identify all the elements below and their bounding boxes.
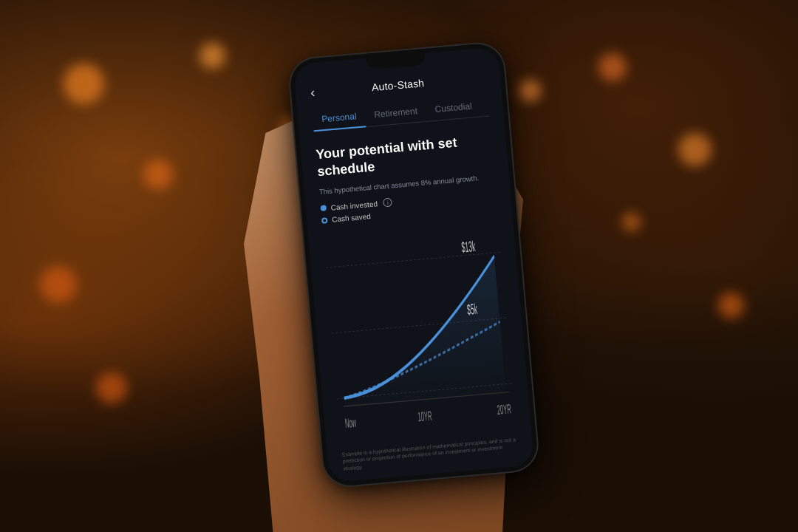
screen-title: Auto-Stash [371, 77, 424, 93]
tab-custodial[interactable]: Custodial [426, 96, 482, 121]
svg-text:20YR: 20YR [497, 402, 512, 417]
chart-area: $13k $5k Now 10YR 20YR [323, 219, 516, 448]
svg-text:10YR: 10YR [417, 409, 433, 424]
tab-bar: Personal Retirement Custodial [312, 95, 489, 132]
legend-label-invested: Cash invested [330, 200, 378, 211]
scene: ‹ Auto-Stash Personal Retirement Custodi… [0, 0, 798, 532]
chart-svg: $13k $5k Now 10YR 20YR [323, 219, 516, 448]
svg-line-0 [326, 253, 501, 268]
phone-screen: ‹ Auto-Stash Personal Retirement Custodi… [293, 47, 534, 482]
screen-content: ‹ Auto-Stash Personal Retirement Custodi… [293, 47, 534, 482]
info-icon[interactable]: i [383, 198, 392, 208]
legend-dot-dashed [321, 217, 328, 224]
svg-text:Now: Now [344, 415, 357, 431]
legend-dot-solid [320, 205, 327, 211]
phone: ‹ Auto-Stash Personal Retirement Custodi… [288, 42, 539, 488]
tab-retirement[interactable]: Retirement [364, 100, 427, 126]
svg-text:$13k: $13k [461, 238, 477, 256]
tab-personal[interactable]: Personal [312, 106, 366, 131]
svg-text:$5k: $5k [466, 301, 478, 318]
legend-label-saved: Cash saved [332, 212, 372, 224]
back-button[interactable]: ‹ [310, 85, 316, 100]
nav-header: ‹ Auto-Stash [310, 72, 485, 99]
